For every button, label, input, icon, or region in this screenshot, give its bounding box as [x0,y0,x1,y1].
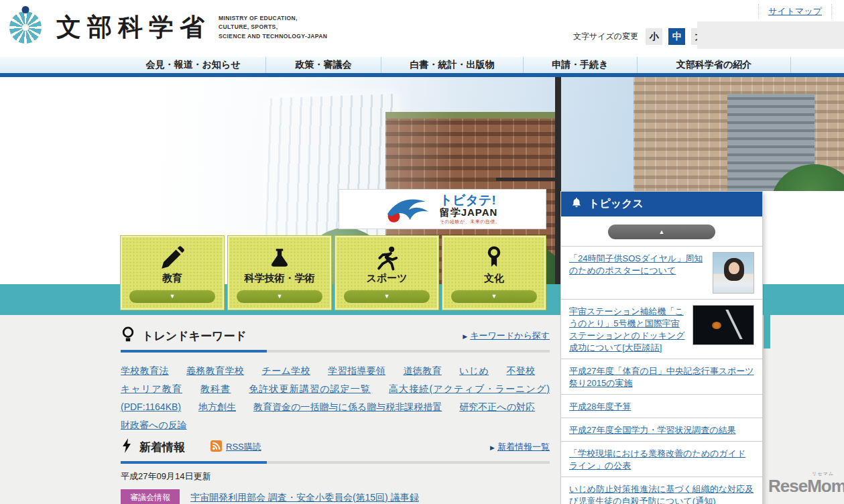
rss-icon [210,440,222,454]
mext-emblem-icon [9,11,42,44]
teal-scroll-strip [764,284,770,349]
site-subtitle-line: CULTURE, SPORTS, [219,23,327,32]
topic-link[interactable]: 「24時間子供SOSダイヤル」周知のためのポスターについて [569,253,703,275]
keywords-search-link[interactable]: ▶キーワードから探す [463,330,550,342]
rss-subscribe-link[interactable]: RSS購読 [226,441,261,453]
topic-item: 宇宙ステーション補給機「こうのとり」5号機と国際宇宙ステーションとのドッキング成… [561,299,762,359]
section-accent-bar [121,350,550,353]
lightning-icon [121,437,133,457]
news-title: 新着情報 [139,440,185,455]
trend-keyword-link[interactable]: 道徳教育 [403,365,441,376]
trend-keyword-link[interactable]: キャリア教育 [121,383,182,394]
topic-link[interactable]: 「学校現場における業務改善のためのガイドライン」の公表 [569,448,745,470]
topics-header: トピックス [561,192,762,216]
emblem-dot [22,6,29,13]
trend-keyword-link[interactable]: いじめ [459,365,489,376]
rss-group: RSS購読 [210,440,261,454]
trend-keywords-list: 学校教育法 義務教育学校 チーム学校 学習指導要領 道徳教育 いじめ 不登校 キ… [121,362,550,434]
topic-item: 「24時間子供SOSダイヤル」周知のためのポスターについて [561,246,762,299]
nav-item-about[interactable]: 文部科学省の紹介 [637,57,791,73]
tobitate-banner[interactable]: トビタテ! 留学JAPAN その経験が、未来の自信。 [339,189,546,229]
flask-icon [267,245,292,271]
topic-link[interactable]: 平成27年度全国学力・学習状況調査の結果 [569,425,736,435]
ribbon-icon [481,245,507,271]
topic-link[interactable]: 平成27年度「体育の日」中央記念行事スポーツ祭り2015の実施 [569,366,754,388]
trend-keywords-section: トレンドキーワード ▶キーワードから探す 学校教育法 義務教育学校 チーム学校 … [121,326,550,434]
trend-keyword-link[interactable]: 研究不正への対応 [459,401,535,412]
trend-keyword-link[interactable]: 学習指導要領 [328,365,385,376]
sitemap-link[interactable]: サイトマップ [758,4,832,19]
font-size-small-button[interactable]: 小 [646,28,662,45]
topics-title: トピックス [589,197,644,211]
bell-icon [570,196,583,212]
category-button-science[interactable]: 科学技術・学術 ▼ [228,236,331,310]
news-list-link[interactable]: ▶新着情報一覧 [490,441,550,453]
news-header: 新着情報 RSS購読 ▶新着情報一覧 [121,437,550,457]
topic-thumbnail-space[interactable] [692,305,754,345]
trend-keyword-link[interactable]: 教育資金の一括贈与に係る贈与税非課税措置 [253,401,442,412]
resemom-watermark: リセマム ReseMom. [768,470,843,495]
lightbulb-icon [121,326,135,346]
search-input[interactable] [697,21,844,49]
trend-keyword-link[interactable]: 学校教育法 [121,365,169,376]
news-category-badge: 審議会情報 [121,489,180,504]
topics-panel: トピックス ▲ 「24時間子供SOSダイヤル」周知のためのポスターについて 宇宙… [560,191,763,504]
chevron-down-icon[interactable]: ▼ [344,290,430,303]
category-label: スポーツ [337,272,437,285]
trend-keyword-link[interactable]: 不登校 [506,365,535,376]
topic-item: 平成27年度「体育の日」中央記念行事スポーツ祭り2015の実施 [561,359,762,394]
nav-item-press[interactable]: 会見・報道・お知らせ [121,57,265,73]
news-updated-date: 平成27年09月14日更新 [121,470,550,483]
topics-list: 「24時間子供SOSダイヤル」周知のためのポスターについて 宇宙ステーション補給… [561,246,762,504]
banner-subtitle: 留学JAPAN [440,207,501,218]
home-logo-link[interactable]: 文部科学省 MINISTRY OF EDUCATION, CULTURE, SP… [9,11,327,44]
site-title: 文部科学省 [56,11,210,44]
topic-item: 平成27年度全国学力・学習状況調査の結果 [561,418,762,441]
category-label: 文化 [444,272,544,285]
mext-homepage: 文部科学省 MINISTRY OF EDUCATION, CULTURE, SP… [0,0,844,504]
category-button-culture[interactable]: 文化 ▼ [442,236,546,310]
topic-link[interactable]: 平成28年度予算 [569,401,631,412]
chevron-down-icon[interactable]: ▼ [451,290,537,303]
chevron-right-icon: ▶ [463,333,467,340]
category-button-sports[interactable]: スポーツ ▼ [335,236,438,310]
trend-keyword-link[interactable]: チーム学校 [261,365,310,376]
trend-keyword-link[interactable]: 財政審への反論 [121,420,187,430]
runner-icon [374,245,400,271]
topic-thumbnail-poster[interactable] [713,252,754,294]
font-size-medium-button[interactable]: 中 [668,28,685,45]
nav-item-whitepaper[interactable]: 白書・統計・出版物 [381,57,523,73]
pencil-icon [160,245,185,271]
site-subtitle-line: SCIENCE AND TECHNOLOGY-JAPAN [219,32,327,41]
section-accent-bar [121,461,550,464]
hero-white-area [763,191,844,284]
site-subtitle-line: MINISTRY OF EDUCATION, [219,14,327,23]
chevron-down-icon[interactable]: ▼ [237,290,322,303]
category-label: 科学技術・学術 [229,272,330,285]
category-label: 教育 [122,272,223,285]
trend-keyword-link[interactable]: 教科書 [200,383,231,394]
category-button-education[interactable]: 教育 ▼ [121,236,224,310]
news-item-link[interactable]: 宇宙開発利用部会 調査・安全小委員会(第15回) 議事録 [190,492,419,504]
chevron-down-icon[interactable]: ▼ [129,290,215,303]
nav-item-applications[interactable]: 申請・手続き [523,57,637,73]
nav-item-policy[interactable]: 政策・審議会 [265,57,381,73]
banner-tagline: その経験が、未来の自信。 [440,219,501,224]
font-size-control: 文字サイズの変更 小 中 大 [573,28,708,45]
topics-scroll-up-button[interactable]: ▲ [608,225,715,239]
tobitate-bird-icon [385,194,433,225]
trend-keywords-header: トレンドキーワード ▶キーワードから探す [121,326,550,346]
trend-keyword-link[interactable]: 地方創生 [198,401,236,412]
news-item-row: 審議会情報 宇宙開発利用部会 調査・安全小委員会(第15回) 議事録 [121,489,550,504]
topic-link[interactable]: 宇宙ステーション補給機「こうのとり」5号機と国際宇宙ステーションとのドッキング成… [569,306,685,353]
watermark-text: ReseMom. [768,477,843,495]
topic-link[interactable]: いじめ防止対策推進法に基づく組織的な対応及び児童生徒の自殺予防について(通知) [569,484,753,504]
trend-keyword-link[interactable]: 義務教育学校 [186,365,244,376]
tobitate-banner-text: トビタテ! 留学JAPAN その経験が、未来の自信。 [440,194,501,224]
trend-keyword-link[interactable]: 免許状更新講習の認定一覧 [249,383,371,394]
font-size-label: 文字サイズの変更 [573,31,638,42]
chevron-up-icon: ▲ [659,229,665,235]
site-header: 文部科学省 MINISTRY OF EDUCATION, CULTURE, SP… [0,0,844,57]
trend-keywords-title: トレンドキーワード [142,328,247,344]
global-nav: 会見・報道・お知らせ 政策・審議会 白書・統計・出版物 申請・手続き 文部科学省… [0,57,844,73]
